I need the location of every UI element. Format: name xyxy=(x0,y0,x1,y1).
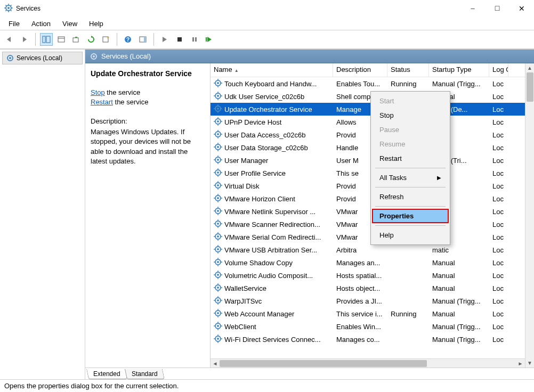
minimize-button[interactable]: – xyxy=(460,0,485,17)
column-description[interactable]: Description xyxy=(333,63,387,77)
service-logon-cell: Loc xyxy=(489,118,508,126)
service-logon-cell: Loc xyxy=(489,272,508,280)
gear-icon xyxy=(214,283,222,293)
table-row[interactable]: VMware USB Arbitration Ser...Arbitramati… xyxy=(211,243,525,256)
service-logon-cell: Loc xyxy=(489,157,508,165)
service-startup-cell: Manual xyxy=(429,259,489,267)
column-logon[interactable]: Log On As xyxy=(489,63,508,77)
scroll-up-icon[interactable]: ▲ xyxy=(525,63,534,72)
svg-point-59 xyxy=(217,146,219,148)
horizontal-scrollbar[interactable]: ◄ ► xyxy=(211,358,525,368)
table-row[interactable]: Wi-Fi Direct Services Connec...Manages c… xyxy=(211,333,525,346)
menu-view[interactable]: View xyxy=(58,19,82,29)
menu-separator xyxy=(375,206,446,207)
column-startup[interactable]: Startup Type xyxy=(429,63,489,77)
service-desc-cell: Hosts spatial... xyxy=(333,272,387,280)
context-menu-item[interactable]: Stop xyxy=(372,108,449,123)
context-menu-item: Resume xyxy=(372,137,449,151)
service-name-cell: Wi-Fi Direct Services Connec... xyxy=(224,336,321,344)
tab-extended[interactable]: Extended xyxy=(86,369,127,379)
action-pane-button[interactable] xyxy=(136,33,149,46)
table-row[interactable]: WarpJITSvcProvides a JI...Manual (Trigg.… xyxy=(211,295,525,307)
service-startup-cell: Manual (Trigg... xyxy=(429,323,489,331)
table-row[interactable]: User Data Storage_c02c6bHandlealLoc xyxy=(211,141,525,154)
service-desc-cell: This service i... xyxy=(333,310,387,318)
pause-service-button[interactable] xyxy=(188,33,201,46)
status-text: Opens the properties dialog box for the … xyxy=(4,382,179,390)
context-menu-item[interactable]: Refresh xyxy=(372,190,449,204)
table-row[interactable]: Volumetric Audio Composit...Hosts spatia… xyxy=(211,269,525,282)
service-logon-cell: Loc xyxy=(489,259,508,267)
stop-link[interactable]: Stop xyxy=(91,88,105,96)
service-list[interactable]: Touch Keyboard and Handw...Enables Tou..… xyxy=(211,77,525,358)
menu-separator xyxy=(375,168,446,168)
table-row[interactable]: User Profile ServiceThis sematicLoc xyxy=(211,167,525,179)
hscroll-thumb[interactable] xyxy=(220,360,427,367)
service-name-cell: VMware USB Arbitration Ser... xyxy=(224,246,317,254)
context-menu-item[interactable]: All Tasks▶ xyxy=(372,170,449,185)
svg-rect-12 xyxy=(58,37,64,42)
table-row[interactable]: Udk User Service_c02c6bShell compo...Man… xyxy=(211,90,525,103)
scroll-right-icon[interactable]: ► xyxy=(516,359,525,368)
export-list-button[interactable] xyxy=(70,33,83,46)
table-row[interactable]: VMware Scanner Redirection...VMwarmaticL… xyxy=(211,218,525,231)
context-menu-item[interactable]: Help xyxy=(372,228,449,242)
service-name-cell: UPnP Device Host xyxy=(224,118,281,126)
svg-point-47 xyxy=(217,120,219,123)
table-row[interactable]: Update Orchestrator ServiceManagematic (… xyxy=(211,103,525,116)
window-title: Services xyxy=(16,5,460,12)
tree-root-item[interactable]: Services (Local) xyxy=(2,52,83,64)
tab-standard[interactable]: Standard xyxy=(125,369,165,379)
service-desc-cell: Manages co... xyxy=(333,336,387,344)
close-button[interactable]: ✕ xyxy=(509,0,534,17)
table-row[interactable]: Web Account ManagerThis service i...Runn… xyxy=(211,307,525,320)
context-menu-item: Start xyxy=(372,94,449,108)
service-logon-cell: Loc xyxy=(489,195,508,203)
app-icon xyxy=(4,4,13,14)
maximize-button[interactable]: □ xyxy=(485,0,509,17)
column-status[interactable]: Status xyxy=(387,63,429,77)
restart-service-button[interactable] xyxy=(203,33,216,46)
menu-help[interactable]: Help xyxy=(85,19,108,29)
refresh-button[interactable] xyxy=(85,33,98,46)
service-name-cell: Volume Shadow Copy xyxy=(224,259,293,267)
table-row[interactable]: UPnP Device HostAllowsalLoc xyxy=(211,116,525,128)
context-menu-item[interactable]: Properties xyxy=(372,209,449,223)
svg-rect-19 xyxy=(144,37,146,42)
service-name-cell: Update Orchestrator Service xyxy=(224,105,312,113)
menu-file[interactable]: File xyxy=(4,19,24,29)
menu-action[interactable]: Action xyxy=(27,19,55,29)
table-row[interactable]: WebClientEnables Win...Manual (Trigg...L… xyxy=(211,320,525,333)
table-row[interactable]: Touch Keyboard and Handw...Enables Tou..… xyxy=(211,77,525,90)
start-service-button[interactable] xyxy=(158,33,171,46)
table-row[interactable]: VMware Serial Com Redirecti...VMwarmatic… xyxy=(211,231,525,243)
service-startup-cell: Manual (Trigg... xyxy=(429,336,489,344)
table-row[interactable]: Virtual DiskProvidalLoc xyxy=(211,179,525,192)
nav-forward-button[interactable] xyxy=(18,33,31,46)
svg-point-41 xyxy=(217,108,219,110)
table-row[interactable]: VMware Netlink Supervisor ...VMwarmaticL… xyxy=(211,205,525,218)
table-row[interactable]: Volume Shadow CopyManages an...ManualLoc xyxy=(211,256,525,269)
show-hide-tree-button[interactable] xyxy=(40,33,53,46)
restart-link[interactable]: Restart xyxy=(91,98,113,106)
scroll-left-icon[interactable]: ◄ xyxy=(211,359,220,368)
table-row[interactable]: User Data Access_c02c6bProvidalLoc xyxy=(211,128,525,141)
vertical-scrollbar[interactable]: ▲ ▼ xyxy=(525,63,534,368)
context-menu-item[interactable]: Restart xyxy=(372,151,449,166)
svg-rect-14 xyxy=(73,38,78,42)
context-menu: StartStopPauseResumeRestartAll Tasks▶Ref… xyxy=(370,91,450,245)
gear-icon xyxy=(214,334,222,345)
table-row[interactable]: WalletServiceHosts object...ManualLoc xyxy=(211,282,525,295)
stop-service-button[interactable] xyxy=(173,33,186,46)
help-button[interactable]: ? xyxy=(122,33,134,46)
table-row[interactable]: User ManagerUser Mmatic (Tri...Loc xyxy=(211,154,525,167)
table-row[interactable]: VMware Horizon ClientProvidmaticLoc xyxy=(211,192,525,205)
export-button[interactable] xyxy=(100,33,112,46)
scroll-down-icon[interactable]: ▼ xyxy=(525,358,534,368)
column-name[interactable]: Name▲ xyxy=(211,63,333,77)
vscroll-thumb[interactable] xyxy=(527,72,533,102)
properties-button[interactable] xyxy=(55,33,68,46)
service-logon-cell: Loc xyxy=(489,144,508,152)
nav-back-button[interactable] xyxy=(3,33,16,46)
gear-icon xyxy=(214,296,222,306)
